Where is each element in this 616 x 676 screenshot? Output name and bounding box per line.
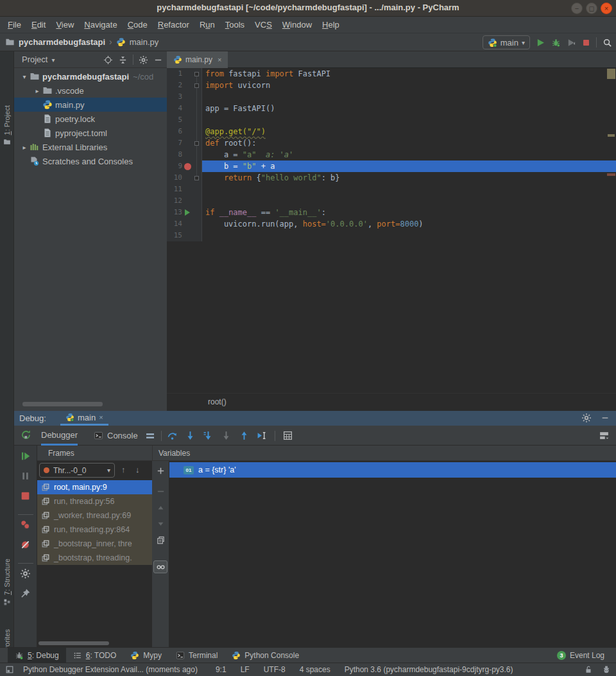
fold-marker-icon[interactable]	[194, 72, 199, 76]
step-into-my-code-icon[interactable]	[203, 430, 214, 441]
menu-file[interactable]: File	[3, 19, 26, 31]
fold-marker-icon[interactable]	[194, 141, 199, 146]
tree-collapsed-icon[interactable]: ▸	[19, 144, 30, 151]
step-into-icon[interactable]	[185, 430, 196, 441]
coverage-button[interactable]	[567, 38, 576, 48]
toolwindow-button-mypy[interactable]: Mypy	[123, 648, 169, 663]
code-line-8[interactable]: 8 a = "a" a: 'a'	[167, 149, 616, 160]
frame-row-bootstrap-threading[interactable]: _bootstrap, threading.	[37, 551, 152, 565]
code-line-2[interactable]: 2import uvicorn	[167, 80, 616, 91]
status-item-python-3-6-pycharmde[interactable]: Python 3.6 (pycharmdebugfastapi-9cdjtyrg…	[345, 665, 513, 674]
menu-window[interactable]: Window	[277, 19, 317, 31]
gutter[interactable]: 12	[167, 195, 202, 207]
tree-item-external-libraries[interactable]: ▸External Libraries	[14, 140, 167, 154]
tab-console[interactable]: Console	[94, 426, 138, 446]
step-over-icon[interactable]	[167, 430, 178, 441]
thread-select[interactable]: Thr...-0_0 ▾	[39, 463, 115, 478]
frames-horizontal-scrollbar[interactable]	[38, 641, 109, 645]
sidebar-tab-project[interactable]: 1: Project	[0, 105, 14, 146]
stop-icon[interactable]	[20, 490, 31, 501]
code-line-3[interactable]: 3	[167, 91, 616, 103]
pause-icon[interactable]	[20, 471, 31, 481]
code-line-7[interactable]: 7def root():	[167, 137, 616, 149]
tree-item-scratches-and-consoles[interactable]: Scratches and Consoles	[14, 154, 167, 168]
move-up-icon[interactable]	[156, 503, 166, 513]
tree-expanded-icon[interactable]: ▾	[19, 73, 30, 80]
gutter[interactable]: 14	[167, 218, 202, 230]
layout-bars-icon[interactable]	[145, 431, 155, 441]
toolwindow-toggle-icon[interactable]	[5, 665, 14, 674]
code-line-11[interactable]: 11	[167, 184, 616, 195]
watch-glasses-icon[interactable]	[156, 562, 166, 572]
status-item-4-spaces[interactable]: 4 spaces	[300, 665, 330, 674]
menu-edit[interactable]: Edit	[26, 19, 51, 31]
gutter[interactable]: 13	[167, 207, 202, 218]
toolwindow-button-python-console[interactable]: Python Console	[225, 648, 306, 663]
fold-marker-icon[interactable]	[194, 83, 199, 88]
run-configuration-select[interactable]: main ▾	[483, 35, 530, 49]
menu-help[interactable]: Help	[317, 19, 345, 31]
code-line-5[interactable]: 5	[167, 114, 616, 126]
frame-row-run-threading-py-864[interactable]: run, threading.py:864	[37, 523, 152, 537]
code-line-14[interactable]: 14 uvicorn.run(app, host='0.0.0.0', port…	[167, 218, 616, 230]
menu-tools[interactable]: Tools	[220, 19, 250, 31]
menu-code[interactable]: Code	[123, 19, 153, 31]
gutter[interactable]: 15	[167, 230, 202, 241]
session-close-icon[interactable]: ×	[99, 413, 103, 421]
stop-button[interactable]	[582, 39, 590, 47]
menu-run[interactable]: Run	[194, 19, 220, 31]
frame-row-worker-thread-py-69[interactable]: _worker, thread.py:69	[37, 508, 152, 523]
menu-view[interactable]: View	[51, 19, 79, 31]
code-line-1[interactable]: 1from fastapi import FastAPI	[167, 68, 616, 80]
next-frame-icon[interactable]: ↓	[135, 465, 140, 474]
event-log-button[interactable]: 3 Event Log	[557, 648, 604, 663]
code-line-6[interactable]: 6@app.get("/")	[167, 126, 616, 137]
breadcrumb-project[interactable]: pycharmdebugfastapi	[19, 37, 105, 47]
sidebar-tab-structure[interactable]: 7: Structure	[0, 559, 14, 606]
evaluate-icon[interactable]	[282, 430, 293, 441]
gutter[interactable]: 11	[167, 184, 202, 195]
tree-item-poetry-lock[interactable]: poetry.lock	[14, 112, 167, 126]
run-to-cursor-icon[interactable]	[257, 430, 268, 441]
tree-collapsed-icon[interactable]: ▸	[32, 87, 42, 94]
view-breakpoints-icon[interactable]	[20, 519, 31, 530]
breakpoint-stripe-marker[interactable]	[607, 173, 615, 176]
frame-row-root-main-py-9[interactable]: root, main.py:9	[37, 480, 152, 494]
tree-item-pycharmdebugfastapi[interactable]: ▾pycharmdebugfastapi~/cod	[14, 69, 167, 83]
tree-item-vscode[interactable]: ▸.vscode	[14, 83, 167, 98]
project-horizontal-scrollbar[interactable]	[22, 402, 103, 406]
inspection-status-marker[interactable]	[607, 69, 615, 79]
frame-row-bootstrap-inner-thre[interactable]: _bootstrap_inner, thre	[37, 537, 152, 551]
menu-navigate[interactable]: Navigate	[79, 19, 122, 31]
duplicate-icon[interactable]	[156, 535, 166, 545]
toolwindow-button-6-todo[interactable]: 6: TODO	[66, 648, 124, 663]
breadcrumb-file[interactable]: main.py	[130, 37, 159, 47]
editor-tab-mainpy[interactable]: main.py ×	[167, 51, 228, 68]
editor-breadcrumb[interactable]: root()	[167, 393, 616, 411]
variable-row-01[interactable]: 01a = {str} 'a'	[169, 462, 616, 478]
maximize-button[interactable]: ◻	[586, 3, 597, 14]
toolwindow-button-5-debug[interactable]: 5: Debug	[8, 648, 66, 663]
code-line-9[interactable]: 9 b = "b" + a	[167, 160, 616, 172]
hide-icon[interactable]	[601, 413, 610, 422]
status-item-lf[interactable]: LF	[241, 665, 250, 674]
close-button[interactable]: ×	[601, 3, 612, 14]
search-icon[interactable]	[603, 38, 612, 48]
remove-icon[interactable]	[156, 487, 166, 496]
code-editor[interactable]: 1from fastapi import FastAPI2import uvic…	[167, 68, 616, 241]
rerun-icon[interactable]	[21, 429, 31, 440]
run-gutter-icon[interactable]	[185, 209, 190, 216]
minimize-button[interactable]: −	[571, 3, 583, 14]
debug-session-tab[interactable]: main ×	[60, 411, 108, 426]
frame-row-run-thread-py-56[interactable]: run, thread.py:56	[37, 494, 152, 508]
collapse-all-icon[interactable]	[118, 55, 128, 65]
resume-icon[interactable]	[20, 451, 31, 462]
tree-item-pyproject-toml[interactable]: pyproject.toml	[14, 126, 167, 140]
run-button[interactable]	[536, 38, 545, 48]
breakpoint-icon[interactable]	[184, 163, 191, 170]
tab-close-icon[interactable]: ×	[218, 56, 221, 64]
menu-vcs[interactable]: VCS	[250, 19, 277, 31]
toolwindow-button-terminal[interactable]: Terminal	[169, 648, 225, 663]
tab-debugger[interactable]: Debugger	[41, 426, 78, 446]
debug-button[interactable]	[551, 38, 561, 48]
